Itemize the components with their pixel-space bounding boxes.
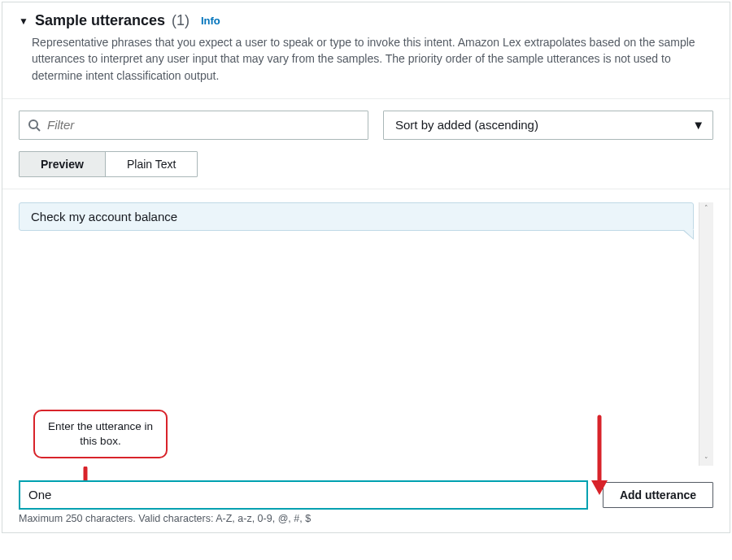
sample-utterances-panel: ▼ Sample utterances (1) Info Representat… — [2, 2, 730, 533]
utterance-bubble[interactable]: Check my account balance — [19, 202, 694, 231]
utterance-entry-row: Add utterance — [2, 474, 730, 513]
search-icon — [28, 119, 41, 132]
svg-point-0 — [29, 120, 37, 128]
panel-title: Sample utterances — [35, 12, 165, 29]
view-toggle-group: Preview Plain Text — [19, 151, 198, 177]
add-utterance-button[interactable]: Add utterance — [603, 482, 713, 508]
annotation-callout: Enter the utterance in this box. — [33, 410, 168, 458]
utterance-preview-area: Check my account balance Enter the utter… — [2, 189, 730, 474]
utterance-count: (1) — [172, 12, 190, 29]
sort-dropdown[interactable]: Sort by added (ascending) ▼ — [383, 111, 713, 140]
scroll-down-icon[interactable]: ˅ — [704, 456, 708, 464]
preview-scrollbar[interactable]: ˄ ˅ — [699, 202, 713, 466]
filter-input[interactable] — [47, 118, 359, 132]
controls-section: Sort by added (ascending) ▼ Preview Plai… — [2, 99, 730, 189]
callout-text: Enter the utterance in this box. — [33, 410, 168, 458]
svg-line-1 — [37, 128, 40, 131]
svg-marker-5 — [591, 480, 608, 495]
caret-down-icon: ▼ — [692, 118, 704, 132]
utterance-input[interactable] — [19, 480, 588, 510]
info-link[interactable]: Info — [201, 15, 220, 27]
sort-label: Sort by added (ascending) — [395, 118, 538, 132]
plaintext-toggle[interactable]: Plain Text — [105, 152, 197, 176]
utterance-list: Check my account balance Enter the utter… — [19, 202, 699, 466]
filter-box[interactable] — [19, 111, 368, 140]
utterance-text: Check my account balance — [31, 210, 177, 224]
collapse-caret-icon[interactable]: ▼ — [19, 15, 28, 27]
annotation-arrow-right-icon — [586, 414, 612, 497]
panel-header: ▼ Sample utterances (1) Info Representat… — [2, 2, 730, 99]
input-hint-text: Maximum 250 characters. Valid characters… — [2, 513, 730, 532]
scroll-up-icon[interactable]: ˄ — [704, 204, 708, 212]
preview-toggle[interactable]: Preview — [20, 152, 105, 176]
panel-description: Representative phrases that you expect a… — [19, 34, 713, 84]
